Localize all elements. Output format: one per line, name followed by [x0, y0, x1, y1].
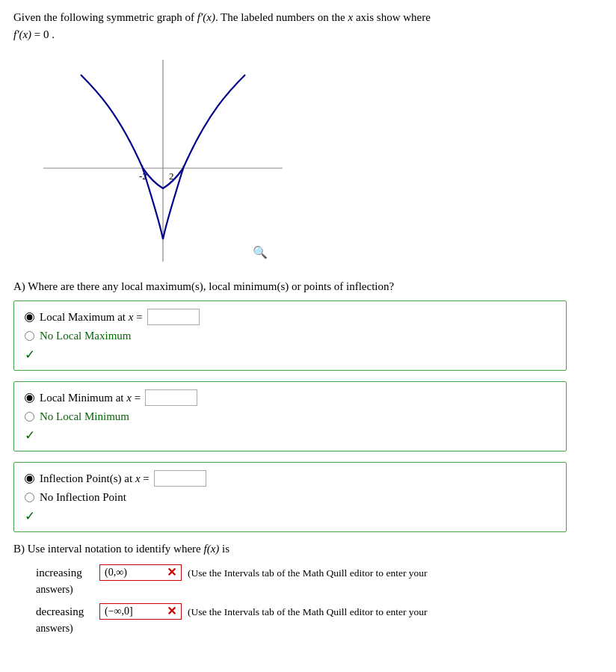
inflection-checkmark: ✓	[25, 508, 555, 524]
increasing-input-wrapper: (0,∞) ✕	[99, 564, 182, 581]
local-min-checkmark: ✓	[25, 428, 555, 443]
axis-show-where: axis show where	[353, 11, 431, 23]
local-max-radio-no[interactable]	[25, 331, 34, 341]
inflection-radio-no[interactable]	[25, 493, 34, 502]
decreasing-value: (−∞,0]	[105, 605, 162, 617]
increasing-row: increasing (0,∞) ✕ (Use the Intervals ta…	[36, 564, 603, 581]
inflection-option1-row: Inflection Point(s) at x = 0	[25, 470, 555, 487]
local-max-box: Local Maximum at x = -2 No Local Maximum…	[13, 300, 567, 371]
zoom-icon[interactable]: 🔍	[253, 245, 268, 259]
question-b-label: B) Use interval notation to identify whe…	[13, 543, 603, 555]
increasing-label: increasing	[36, 564, 99, 579]
local-max-radio-yes[interactable]	[25, 312, 34, 322]
graph-area: -2 2 🔍	[36, 49, 290, 273]
decreasing-note: (Use the Intervals tab of the Math Quill…	[188, 603, 428, 620]
local-max-no-label: No Local Maximum	[40, 330, 131, 342]
local-min-no-label: No Local Minimum	[40, 410, 129, 423]
intro-paragraph: Given the following symmetric graph of f…	[13, 9, 603, 43]
graph-svg: -2 2	[36, 49, 290, 273]
local-min-radio-yes[interactable]	[25, 393, 34, 403]
local-min-option1-row: Local Minimum at x = 2	[25, 389, 555, 406]
decreasing-clear-button[interactable]: ✕	[167, 605, 176, 617]
increasing-answers-label: answers)	[36, 584, 603, 596]
decreasing-label: decreasing	[36, 603, 99, 618]
inflection-radio-yes[interactable]	[25, 474, 34, 484]
decreasing-answers-label: answers)	[36, 623, 603, 635]
local-max-label: Local Maximum at x =	[40, 311, 143, 324]
local-max-input[interactable]: -2	[147, 309, 200, 325]
inflection-no-label: No Inflection Point	[40, 491, 126, 504]
local-min-option2-row: No Local Minimum	[25, 410, 555, 423]
decreasing-input-wrapper: (−∞,0] ✕	[99, 603, 182, 620]
local-min-box: Local Minimum at x = 2 No Local Minimum …	[13, 381, 567, 451]
fprime-zero: f′(x)	[13, 28, 31, 40]
decreasing-row: decreasing (−∞,0] ✕ (Use the Intervals t…	[36, 603, 603, 620]
intro-line1b: . The labeled numbers on the	[215, 11, 348, 23]
inflection-option2-row: No Inflection Point	[25, 491, 555, 504]
fprime-text: f′(x)	[197, 11, 215, 23]
local-max-option2-row: No Local Maximum	[25, 330, 555, 342]
local-max-checkmark: ✓	[25, 347, 555, 363]
inflection-box: Inflection Point(s) at x = 0 No Inflecti…	[13, 462, 567, 532]
inflection-input[interactable]: 0	[154, 470, 206, 487]
local-max-option1-row: Local Maximum at x = -2	[25, 309, 555, 325]
local-min-label: Local Minimum at x =	[40, 392, 141, 404]
increasing-clear-button[interactable]: ✕	[167, 567, 176, 579]
intro-line1: Given the following symmetric graph of	[13, 11, 197, 23]
inflection-label: Inflection Point(s) at x =	[40, 472, 150, 485]
increasing-value: (0,∞)	[105, 567, 162, 579]
increasing-note: (Use the Intervals tab of the Math Quill…	[188, 564, 428, 581]
question-a-label: A) Where are there any local maximum(s),…	[13, 280, 603, 293]
local-min-input[interactable]: 2	[145, 389, 197, 406]
local-min-radio-no[interactable]	[25, 412, 34, 422]
equals-zero: = 0 .	[31, 28, 55, 40]
